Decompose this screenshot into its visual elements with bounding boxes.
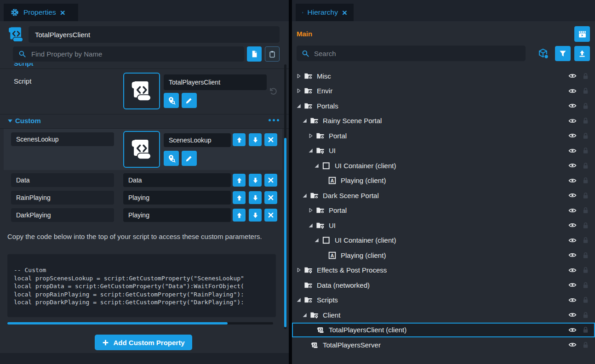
edit-script-button[interactable] [182, 151, 197, 166]
tree-item[interactable]: Portal [292, 128, 595, 143]
filter-button[interactable] [555, 46, 571, 61]
move-up-button[interactable] [233, 174, 246, 187]
tree-item[interactable]: Scripts [292, 293, 595, 308]
visibility-eye-icon[interactable] [568, 266, 577, 274]
networked-cube-icon[interactable] [538, 48, 549, 59]
tab-properties[interactable]: Properties × [4, 4, 78, 21]
visibility-eye-icon[interactable] [568, 102, 577, 110]
tree-item[interactable]: Portals [292, 98, 595, 114]
lock-icon[interactable] [582, 266, 589, 274]
tree-item[interactable]: UI [292, 218, 595, 233]
lock-icon[interactable] [582, 326, 589, 334]
move-down-button[interactable] [249, 191, 262, 204]
visibility-eye-icon[interactable] [568, 251, 577, 259]
custom-prop-name-field[interactable]: RainPlaying [11, 191, 114, 205]
tree-item[interactable]: Client [292, 307, 595, 323]
asset-thumbnail[interactable] [123, 131, 160, 168]
visibility-eye-icon[interactable] [568, 221, 577, 229]
tree-item[interactable]: Envir [292, 84, 595, 99]
custom-prop-value-field[interactable]: Playing [123, 191, 231, 205]
tree-item[interactable]: UI [292, 143, 595, 159]
expander-icon[interactable] [308, 222, 314, 228]
move-down-button[interactable] [249, 133, 262, 146]
lock-icon[interactable] [582, 176, 589, 184]
expander-icon[interactable] [308, 133, 314, 139]
lock-icon[interactable] [582, 87, 589, 95]
tree-item[interactable]: TotalPlayersClient (client) [292, 323, 595, 338]
lock-icon[interactable] [582, 311, 589, 319]
paste-properties-button[interactable] [265, 46, 280, 62]
visibility-eye-icon[interactable] [568, 72, 577, 80]
tree-item[interactable]: Rainy Scene Portal [292, 114, 595, 129]
section-collapse-triangle-icon[interactable] [7, 118, 13, 124]
hierarchy-search-input[interactable] [297, 46, 526, 61]
lock-icon[interactable] [582, 251, 589, 259]
visibility-eye-icon[interactable] [568, 206, 577, 215]
expander-icon[interactable] [314, 237, 320, 243]
property-search-input[interactable] [13, 46, 244, 62]
visibility-eye-icon[interactable] [568, 161, 577, 170]
lock-icon[interactable] [582, 222, 589, 229]
expander-icon[interactable] [296, 103, 302, 109]
vertical-scrollbar-thumb[interactable] [284, 138, 286, 327]
delete-property-button[interactable] [264, 174, 277, 187]
tree-item[interactable]: Portal [292, 203, 595, 218]
custom-section-menu-button[interactable] [269, 119, 279, 121]
move-down-button[interactable] [249, 174, 262, 187]
custom-prop-value-field[interactable]: ScenesLookup [164, 133, 231, 147]
lock-icon[interactable] [582, 206, 589, 214]
delete-property-button[interactable] [264, 133, 277, 146]
visibility-eye-icon[interactable] [568, 191, 577, 199]
move-up-button[interactable] [233, 209, 246, 222]
expander-icon[interactable] [296, 88, 302, 94]
expander-icon[interactable] [308, 207, 314, 213]
tree-item[interactable]: TotalPlayersServer [292, 337, 595, 353]
visibility-eye-icon[interactable] [568, 117, 577, 125]
copy-properties-button[interactable] [247, 46, 262, 62]
custom-prop-name-field[interactable]: ScenesLookup [11, 132, 114, 146]
visibility-eye-icon[interactable] [568, 236, 577, 245]
lock-icon[interactable] [582, 236, 589, 244]
lock-icon[interactable] [582, 296, 589, 304]
publish-upload-button[interactable] [574, 46, 590, 61]
object-name-input[interactable] [29, 26, 280, 43]
lock-icon[interactable] [582, 281, 589, 289]
tree-item[interactable]: Effects & Post Process [292, 263, 595, 278]
tree-item[interactable]: Playing (client) [292, 248, 595, 263]
visibility-eye-icon[interactable] [568, 87, 577, 95]
visibility-eye-icon[interactable] [568, 131, 577, 140]
lock-icon[interactable] [582, 102, 589, 110]
expander-icon[interactable] [302, 193, 308, 199]
tab-hierarchy[interactable]: Hierarchy × [296, 4, 354, 21]
find-in-project-button[interactable] [164, 93, 179, 108]
lock-icon[interactable] [582, 147, 589, 154]
visibility-eye-icon[interactable] [568, 147, 577, 155]
custom-prop-value-field[interactable]: Data [123, 173, 231, 187]
tree-item[interactable]: Dark Scene Portal [292, 188, 595, 203]
tree-item[interactable]: UI Container (client) [292, 158, 595, 173]
expander-icon[interactable] [308, 148, 314, 154]
lock-icon[interactable] [582, 341, 589, 349]
expander-icon[interactable] [302, 118, 308, 124]
horizontal-scrollbar-thumb[interactable] [7, 322, 228, 324]
undo-icon[interactable] [268, 86, 277, 96]
tree-item[interactable]: Misc [292, 68, 595, 84]
move-up-button[interactable] [233, 133, 246, 146]
tree-item[interactable]: UI Container (client) [292, 233, 595, 248]
close-icon[interactable]: × [342, 8, 347, 17]
custom-prop-value-field[interactable]: Playing [123, 208, 231, 222]
lock-icon[interactable] [582, 72, 589, 80]
tree-item[interactable]: Data (networked) [292, 278, 595, 293]
expander-icon[interactable] [296, 73, 302, 79]
visibility-eye-icon[interactable] [568, 311, 577, 319]
find-in-project-button[interactable] [164, 151, 179, 166]
lock-icon[interactable] [582, 162, 589, 170]
move-down-button[interactable] [249, 209, 262, 222]
custom-prop-name-field[interactable]: DarkPlaying [11, 208, 114, 222]
expander-icon[interactable] [296, 297, 302, 303]
move-up-button[interactable] [233, 191, 246, 204]
script-asset-thumbnail[interactable] [123, 73, 160, 109]
visibility-eye-icon[interactable] [568, 281, 577, 289]
expander-icon[interactable] [302, 312, 308, 318]
expander-icon[interactable] [296, 267, 302, 273]
